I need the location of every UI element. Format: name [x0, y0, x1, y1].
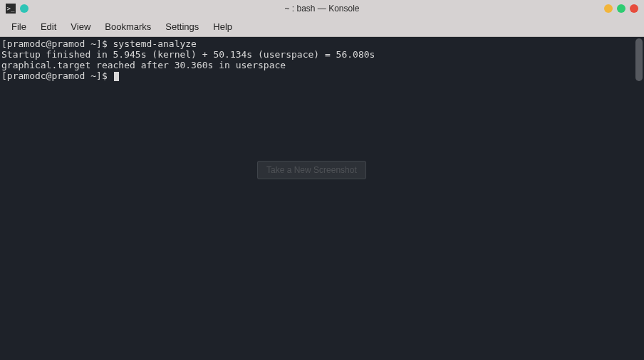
- titlebar-left: >_: [6, 4, 28, 14]
- menu-file[interactable]: File: [4, 18, 33, 35]
- prompt: [pramodc@pramod ~]$: [1, 70, 113, 81]
- menubar: File Edit View Bookmarks Settings Help: [0, 17, 644, 37]
- terminal-text: graphical.target reached after 30.360s i…: [1, 60, 286, 70]
- terminal-container: [pramodc@pramod ~]$ systemd-analyze Star…: [0, 37, 644, 360]
- menu-bookmarks[interactable]: Bookmarks: [98, 18, 158, 35]
- app-indicator-dot: [20, 4, 28, 13]
- app-icon: >_: [6, 4, 16, 14]
- maximize-button[interactable]: [617, 4, 625, 13]
- menu-edit[interactable]: Edit: [33, 18, 63, 35]
- close-button[interactable]: [630, 4, 638, 13]
- menu-view[interactable]: View: [63, 18, 98, 35]
- window-controls: [604, 4, 638, 13]
- prompt: [pramodc@pramod ~]$: [1, 38, 113, 49]
- menu-help[interactable]: Help: [206, 18, 239, 35]
- scrollbar-thumb[interactable]: [635, 38, 643, 81]
- terminal-text: Startup finished in 5.945s (kernel) + 50…: [1, 49, 375, 60]
- minimize-button[interactable]: [604, 4, 613, 13]
- cursor: [114, 72, 119, 81]
- titlebar: >_ ~ : bash — Konsole: [0, 0, 644, 17]
- terminal[interactable]: [pramodc@pramod ~]$ systemd-analyze Star…: [0, 37, 644, 360]
- menu-settings[interactable]: Settings: [158, 18, 206, 35]
- terminal-text: systemd-analyze: [113, 38, 197, 49]
- window-title: ~ : bash — Konsole: [284, 4, 359, 14]
